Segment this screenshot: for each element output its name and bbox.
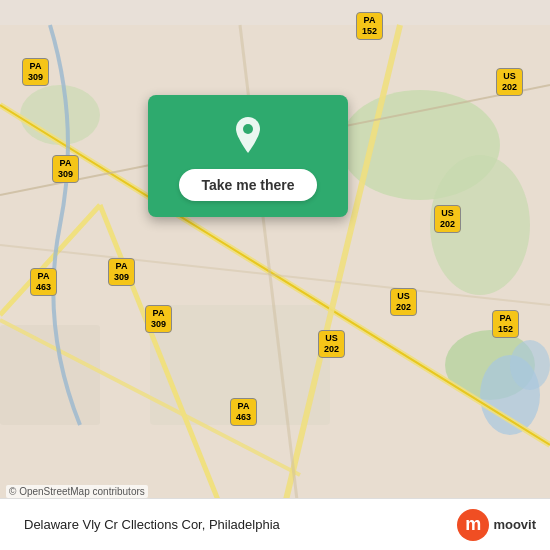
road-badge-us202-bot: US202: [318, 330, 345, 358]
road-badge-pa309-mid2: PA309: [108, 258, 135, 286]
map-svg: [0, 0, 550, 550]
location-pin-icon: [225, 113, 271, 159]
map-container: PA309 PA152 PA309 PA309 PA309 US202 US20…: [0, 0, 550, 550]
svg-point-19: [243, 124, 253, 134]
svg-rect-8: [0, 325, 100, 425]
road-badge-pa309-top: PA309: [22, 58, 49, 86]
road-badge-pa309-mid1: PA309: [52, 155, 79, 183]
svg-point-4: [20, 85, 100, 145]
road-badge-pa463-left: PA463: [30, 268, 57, 296]
road-badge-pa152-top: PA152: [356, 12, 383, 40]
take-me-there-button[interactable]: Take me there: [179, 169, 316, 201]
location-address: Delaware Vly Cr Cllections Cor, Philadel…: [14, 517, 457, 532]
road-badge-pa309-mid3: PA309: [145, 305, 172, 333]
moovit-logo: m moovit: [457, 509, 536, 541]
moovit-brand-text: moovit: [493, 517, 536, 532]
road-badge-us-top-right: US202: [496, 68, 523, 96]
road-badge-pa463-bot: PA463: [230, 398, 257, 426]
road-badge-pa152-bot: PA152: [492, 310, 519, 338]
osm-attribution: © OpenStreetMap contributors: [6, 485, 148, 498]
bottom-bar: Delaware Vly Cr Cllections Cor, Philadel…: [0, 498, 550, 550]
moovit-logo-icon: m: [457, 509, 489, 541]
svg-point-6: [510, 340, 550, 390]
moovit-letter: m: [465, 514, 481, 535]
location-card: Take me there: [148, 95, 348, 217]
road-badge-us202-mid: US202: [390, 288, 417, 316]
road-badge-us202-right: US202: [434, 205, 461, 233]
